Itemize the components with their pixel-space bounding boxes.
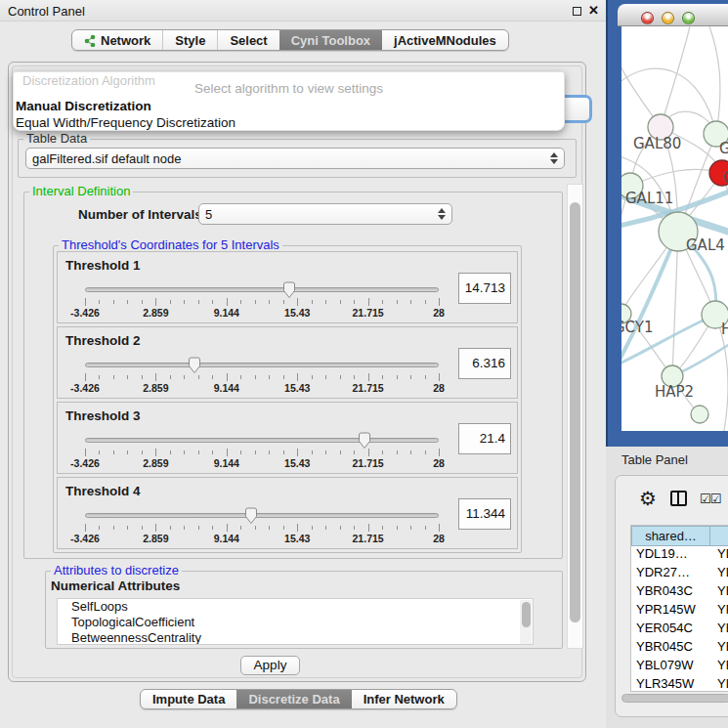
control-panel-title: Control Panel [8,4,85,19]
column-header-name[interactable]: n [710,526,728,546]
tab-label: Infer Network [364,692,445,707]
attribute-item-selfloops[interactable]: SelfLoops [58,599,533,615]
slider-ticks [85,298,439,306]
tab-infer-network[interactable]: Infer Network [352,690,456,708]
slider-track[interactable] [85,513,439,518]
table-row[interactable]: YBR043CYBR0 [631,583,728,602]
network-node-bottom-node[interactable] [691,406,708,423]
cell-name[interactable]: YPR1 [710,602,728,621]
node-attribute-table[interactable]: shared… n YDL19…YDL1YDR27…YDR2YBR043CYBR… [630,525,728,692]
column-header-shared[interactable]: shared… [631,526,710,546]
table-row[interactable]: YDR27…YDR2 [631,565,728,583]
cell-name[interactable]: YER0 [710,621,728,639]
network-node-label: GAL11 [625,190,673,207]
tab-jactivemnodules[interactable]: jActiveMNodules [382,30,508,50]
thresholds-group-label: Threshold's Coordinates for 5 Intervals [59,238,282,252]
table-data-group-label: Table Data [23,132,90,146]
network-node-label: C [723,169,728,187]
threshold-label: Threshold 1 [65,258,141,273]
tab-network[interactable]: Network [72,30,162,50]
threshold-slider[interactable]: -3.4262.8599.14415.4321.71528 [85,363,439,392]
main-scrollbar[interactable] [567,184,583,649]
network-edge-highlighted[interactable] [621,232,678,374]
network-window-titlebar[interactable] [618,4,728,26]
attribute-item-topologicalcoefficient[interactable]: TopologicalCoefficient [58,615,533,630]
cell-name[interactable]: YBR0 [710,639,728,658]
tab-label: Cyni Toolbox [291,33,370,48]
attributes-scrollbar[interactable] [520,600,532,645]
cell-name[interactable]: YBR0 [710,583,728,602]
threshold-value-field[interactable]: 14.713 [458,273,511,304]
table-row[interactable]: YER054CYER0 [631,621,728,639]
number-of-intervals-combobox[interactable]: 5 [198,203,452,225]
attributes-scrollbar-thumb[interactable] [522,602,531,627]
network-node-label: H [721,321,728,338]
slider-tick-labels: -3.4262.8599.14415.4321.71528 [85,307,439,319]
minimize-traffic-light[interactable] [662,12,674,24]
table-row[interactable]: YBL079WYBL0 [631,658,728,676]
main-scrollbar-thumb[interactable] [570,202,580,622]
numerical-attributes-list[interactable]: SelfLoopsTopologicalCoefficientBetweenne… [57,598,534,645]
close-traffic-light[interactable] [641,12,654,24]
algorithm-option-equal-width-frequency-discretization[interactable]: Equal Width/Frequency Discretization [16,115,236,130]
slider-track[interactable] [85,287,439,292]
tab-label: Impute Data [152,692,225,707]
table-row[interactable]: YDL19…YDL1 [631,546,728,565]
network-node-label: GAL80 [633,135,681,152]
table-row[interactable]: YBR045CYBR0 [631,639,728,658]
tab-impute-data[interactable]: Impute Data [141,690,236,708]
table-horizontal-scrollbar[interactable] [621,694,728,703]
cell-shared-name[interactable]: YPR145W [631,602,710,621]
cell-shared-name[interactable]: YDR27… [631,565,710,583]
cell-shared-name[interactable]: YDL19… [631,546,710,565]
cell-shared-name[interactable]: YBL079W [631,658,710,676]
slider-tick-labels: -3.4262.8599.14415.4321.71528 [85,533,439,544]
network-node-label: GCY1 [621,319,654,336]
threshold-slider[interactable]: -3.4262.8599.14415.4321.71528 [85,513,439,542]
cell-name[interactable]: YDL1 [710,546,728,565]
table-row[interactable]: YPR145WYPR1 [631,602,728,621]
network-edge[interactable] [621,44,661,127]
threshold-value-field[interactable]: 21.4 [458,423,511,454]
threshold-row-1: Threshold 1 -3.4262.8599.14415.4321.7152… [57,251,518,323]
tab-cyni-toolbox[interactable]: Cyni Toolbox [279,30,382,50]
threshold-label: Threshold 3 [65,408,141,423]
algorithm-option-manual-discretization[interactable]: Manual Discretization [16,99,151,113]
cell-shared-name[interactable]: YLR345W [631,676,710,692]
tab-style[interactable]: Style [162,30,217,50]
cell-shared-name[interactable]: YBR043C [631,583,710,602]
slider-ticks [85,373,439,381]
table-row[interactable]: YLR345WYLR3 [631,676,728,692]
slider-ticks [85,449,439,456]
tab-label: Discretize Data [248,692,339,707]
split-columns-icon[interactable] [670,491,687,506]
tab-select[interactable]: Select [217,30,278,50]
gear-icon[interactable]: ⚙ [639,487,657,510]
cell-shared-name[interactable]: YER054C [631,621,710,639]
attribute-item-betweennesscentrality[interactable]: BetweennessCentrality [58,630,533,645]
cell-name[interactable]: YLR3 [710,676,728,692]
threshold-label: Threshold 4 [65,484,141,498]
tab-discretize-data[interactable]: Discretize Data [236,690,351,708]
threshold-slider[interactable]: -3.4262.8599.14415.4321.71528 [85,287,439,317]
threshold-value-field[interactable]: 6.316 [458,348,511,379]
close-icon[interactable]: ✕ [588,3,599,18]
table-data-combobox[interactable]: galFiltered.sif default node [25,148,565,169]
slider-track[interactable] [85,363,439,367]
checkbox-pair-icon[interactable]: ☑☑ [700,492,720,506]
slider-track[interactable] [85,438,439,443]
network-edge[interactable] [672,232,678,376]
zoom-traffic-light[interactable] [682,12,695,24]
apply-button[interactable]: Apply [240,656,300,675]
cell-name[interactable]: YBL0 [710,658,728,676]
network-edge[interactable] [630,169,722,186]
network-edge[interactable] [709,26,720,134]
float-window-icon[interactable] [573,7,581,16]
cell-shared-name[interactable]: YBR045C [631,639,710,658]
bottom-tab-bar: Impute DataDiscretize DataInfer Network [140,689,457,709]
threshold-value-field[interactable]: 11.344 [458,498,511,530]
network-canvas[interactable]: GAL80GACGAL11GAL4GCY1HHAP2 [621,26,728,431]
cell-name[interactable]: YDR2 [710,565,728,583]
threshold-slider[interactable]: -3.4262.8599.14415.4321.71528 [85,438,439,467]
threshold-row-3: Threshold 3 -3.4262.8599.14415.4321.7152… [57,402,518,474]
